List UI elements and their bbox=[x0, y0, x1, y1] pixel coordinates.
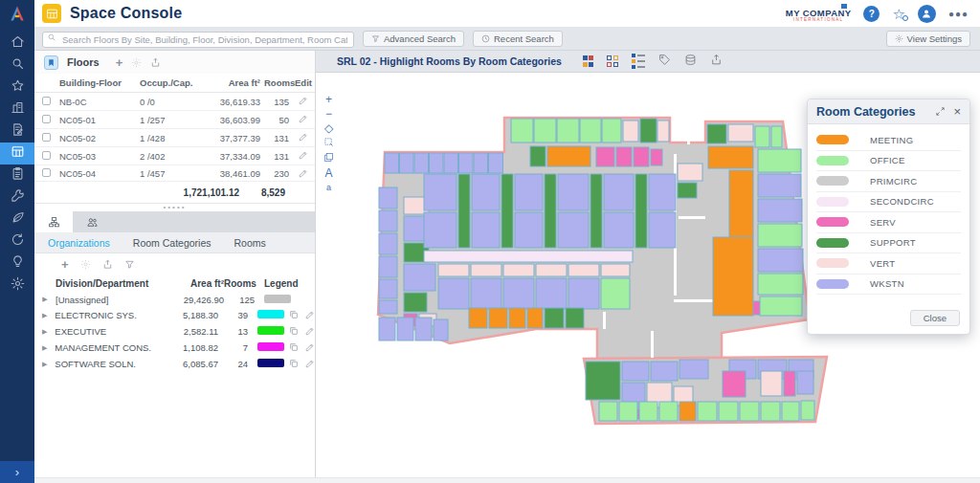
floor-row[interactable]: NC05-021 /42837,377.39131 bbox=[34, 129, 316, 147]
room-vert[interactable] bbox=[503, 264, 534, 276]
room-office[interactable] bbox=[782, 402, 799, 421]
room-vert[interactable] bbox=[471, 264, 501, 276]
row-checkbox[interactable] bbox=[42, 97, 51, 105]
floors-settings-gear-icon[interactable] bbox=[131, 57, 142, 68]
room-wkstn[interactable] bbox=[604, 174, 634, 210]
room-wkstn[interactable] bbox=[651, 362, 678, 381]
edit-pencil-icon[interactable] bbox=[305, 342, 315, 354]
room-wkstn[interactable] bbox=[379, 300, 397, 314]
border-theme-icon[interactable] bbox=[607, 55, 618, 67]
room-wkstn[interactable] bbox=[415, 318, 432, 340]
room-wkstn[interactable] bbox=[679, 360, 708, 379]
room-meeting[interactable] bbox=[713, 237, 753, 316]
copy-icon[interactable] bbox=[289, 359, 299, 370]
room-serv[interactable] bbox=[616, 147, 632, 166]
sidebar-expand-button[interactable]: › bbox=[0, 461, 34, 483]
floor-row[interactable]: NC05-032 /40237,334.09131 bbox=[34, 147, 316, 165]
row-checkbox[interactable] bbox=[42, 151, 51, 160]
tab-organizations-icon[interactable] bbox=[34, 211, 73, 232]
room-wkstn[interactable] bbox=[472, 174, 500, 210]
room-support[interactable] bbox=[458, 174, 470, 248]
panel-resize-handle[interactable]: ••••• bbox=[34, 204, 315, 211]
col-rooms[interactable]: Rooms bbox=[262, 74, 291, 93]
legend-item-vert[interactable]: VERT bbox=[816, 253, 961, 274]
advanced-search-button[interactable]: Advanced Search bbox=[363, 31, 464, 47]
floors-export-icon[interactable] bbox=[150, 57, 161, 68]
room-support[interactable] bbox=[566, 308, 584, 328]
room-wkstn[interactable] bbox=[515, 174, 543, 210]
legend-item-serv[interactable]: SERV bbox=[816, 212, 961, 233]
room-office[interactable] bbox=[755, 126, 769, 147]
room-wkstn[interactable] bbox=[622, 362, 649, 381]
col-area[interactable]: Area ft² bbox=[193, 74, 262, 93]
row-checkbox[interactable] bbox=[42, 168, 51, 177]
room-office[interactable] bbox=[601, 278, 630, 309]
room-serv[interactable] bbox=[651, 149, 662, 165]
add-floor-icon[interactable]: + bbox=[116, 57, 123, 68]
room-wkstn[interactable] bbox=[424, 212, 457, 248]
copy-icon[interactable] bbox=[289, 342, 299, 354]
room-meeting[interactable] bbox=[729, 170, 753, 237]
room-serv[interactable] bbox=[596, 147, 614, 166]
sidebar-item-report[interactable] bbox=[0, 121, 34, 143]
sidebar-item-tasks[interactable] bbox=[0, 165, 34, 187]
room-office[interactable] bbox=[760, 296, 802, 316]
floor-row[interactable]: NC05-041 /45738,461.09230 bbox=[34, 165, 316, 182]
room-wkstn[interactable] bbox=[430, 153, 444, 173]
room-support[interactable] bbox=[586, 362, 620, 400]
row-checkbox[interactable] bbox=[42, 115, 51, 123]
expand-arrow-icon[interactable]: ▶ bbox=[34, 344, 55, 352]
company-logo[interactable]: MY COMPANY INTERNATIONAL bbox=[786, 5, 852, 23]
col-building-floor[interactable]: Building-Floor bbox=[57, 74, 138, 93]
sidebar-item-buildings[interactable] bbox=[0, 99, 34, 121]
room-office[interactable] bbox=[771, 126, 782, 147]
room-wkstn[interactable] bbox=[558, 174, 589, 210]
room-vert[interactable] bbox=[568, 264, 599, 276]
room-support[interactable] bbox=[707, 124, 726, 143]
room-serv[interactable] bbox=[634, 147, 649, 166]
fit-view-icon[interactable]: ◇ bbox=[324, 122, 333, 134]
room-meeting[interactable] bbox=[489, 308, 507, 328]
labels-list-icon[interactable] bbox=[632, 54, 645, 69]
room-wkstn[interactable] bbox=[400, 153, 414, 173]
room-wkstn[interactable] bbox=[604, 212, 634, 248]
sidebar-item-search[interactable] bbox=[0, 55, 34, 77]
room-wkstn[interactable] bbox=[474, 153, 488, 173]
room-support[interactable] bbox=[590, 174, 602, 248]
room-office[interactable] bbox=[534, 119, 556, 143]
room-wkstn[interactable] bbox=[434, 319, 448, 340]
account-icon[interactable] bbox=[918, 5, 936, 23]
sidebar-item-bulb[interactable] bbox=[0, 252, 34, 274]
room-office[interactable] bbox=[758, 224, 802, 247]
search-input[interactable] bbox=[42, 32, 354, 48]
room-office[interactable] bbox=[599, 402, 617, 421]
expand-panel-icon[interactable] bbox=[935, 103, 946, 121]
edit-pencil-icon[interactable] bbox=[299, 115, 308, 125]
room-wkstn[interactable] bbox=[758, 199, 802, 222]
room-wkstn[interactable] bbox=[379, 256, 397, 277]
room-office[interactable] bbox=[698, 402, 717, 421]
room-secondcirc[interactable] bbox=[424, 251, 633, 262]
sidebar-item-star[interactable] bbox=[0, 77, 34, 99]
edit-pencil-icon[interactable] bbox=[299, 151, 308, 162]
org-settings-gear-icon[interactable] bbox=[80, 259, 91, 270]
room-wkstn[interactable] bbox=[397, 318, 413, 340]
org-row[interactable]: ▶SOFTWARE SOLN.6,085.6724 bbox=[34, 356, 315, 372]
room-serv[interactable] bbox=[723, 371, 746, 397]
edit-pencil-icon[interactable] bbox=[299, 97, 308, 107]
legend-item-office[interactable]: OFFICE bbox=[816, 151, 961, 172]
copy-icon[interactable] bbox=[289, 326, 299, 338]
room-wkstn[interactable] bbox=[503, 278, 534, 309]
edit-pencil-icon[interactable] bbox=[305, 310, 315, 321]
room-meeting[interactable] bbox=[527, 308, 543, 328]
room-vert[interactable] bbox=[678, 164, 702, 181]
zoom-in-icon[interactable]: + bbox=[325, 94, 332, 105]
room-office[interactable] bbox=[557, 119, 579, 143]
room-wkstn[interactable] bbox=[438, 278, 469, 309]
legend-item-support[interactable]: SUPPORT bbox=[816, 233, 961, 254]
room-wkstn[interactable] bbox=[649, 212, 676, 248]
org-export-icon[interactable] bbox=[102, 259, 113, 270]
room-wkstn[interactable] bbox=[797, 371, 813, 394]
room-office[interactable] bbox=[659, 402, 678, 421]
edit-pencil-icon[interactable] bbox=[305, 326, 315, 338]
